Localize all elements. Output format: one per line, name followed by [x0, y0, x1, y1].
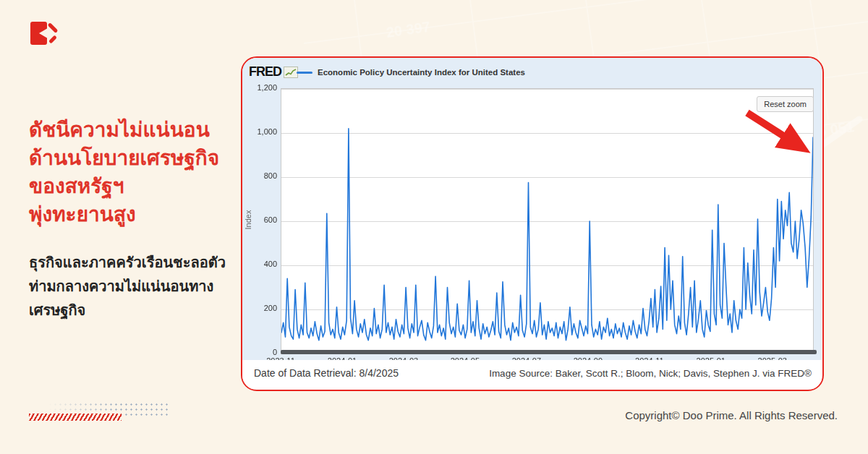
reset-zoom-button[interactable]: Reset zoom — [757, 96, 814, 112]
headline-line: ของสหรัฐฯ — [29, 172, 250, 200]
subheadline-line: ท่ามกลางความไม่แน่นอนทาง — [29, 275, 250, 299]
page-title: ดัชนีความไม่แน่นอน ด้านนโยบายเศรษฐกิจ ขอ… — [29, 116, 250, 228]
subheadline-line: ธุรกิจและภาคครัวเรือนชะลอตัว — [29, 251, 250, 275]
line-series — [281, 89, 813, 354]
chart-scrollbar[interactable] — [281, 350, 817, 354]
y-tick-label: 200 — [241, 304, 277, 312]
logo-square — [30, 22, 47, 45]
image-source-credit: Image Source: Baker, Scott R.; Bloom, Ni… — [489, 368, 812, 379]
copyright-text: Copyright© Doo Prime. All Rights Reserve… — [625, 409, 838, 421]
data-retrieval-date: Date of Data Retrieval: 8/4/2025 — [254, 367, 399, 379]
y-tick-label: 1,200 — [241, 83, 277, 92]
logo-stroke — [48, 22, 59, 33]
striped-bar-decoration — [29, 414, 122, 421]
legend-label: Economic Policy Uncertainty Index for Un… — [318, 68, 525, 77]
y-tick-label: 0 — [241, 348, 277, 356]
y-tick-label: 800 — [241, 171, 277, 180]
page-subtitle: ธุรกิจและภาคครัวเรือนชะลอตัว ท่ามกลางควา… — [29, 251, 250, 322]
headline-line: ดัชนีความไม่แน่นอน — [29, 116, 250, 144]
plot-area[interactable] — [281, 88, 814, 354]
card-footer: Date of Data Retrieval: 8/4/2025 Image S… — [242, 360, 822, 389]
chart-legend[interactable]: Economic Policy Uncertainty Index for Un… — [297, 68, 525, 77]
legend-line-icon — [297, 72, 312, 74]
fred-chart-icon — [284, 67, 298, 78]
y-tick-label: 400 — [241, 260, 277, 268]
fred-logo-text: FRED — [249, 64, 281, 80]
chart-card: FRED Economic Policy Uncertainty Index f… — [241, 56, 824, 391]
fred-logo: FRED — [249, 64, 298, 80]
doo-prime-logo-icon — [30, 22, 59, 48]
watermark-number: 20 397 — [385, 19, 431, 40]
logo-stroke — [48, 35, 57, 43]
headline-line: พุ่งทะยานสูง — [29, 200, 250, 228]
y-tick-label: 1,000 — [241, 127, 277, 136]
fred-chart: FRED Economic Policy Uncertainty Index f… — [242, 58, 822, 360]
headline-line: ด้านนโยบายเศรษฐกิจ — [29, 144, 250, 172]
subheadline-line: เศรษฐกิจ — [29, 299, 250, 322]
y-tick-label: 600 — [241, 215, 277, 224]
